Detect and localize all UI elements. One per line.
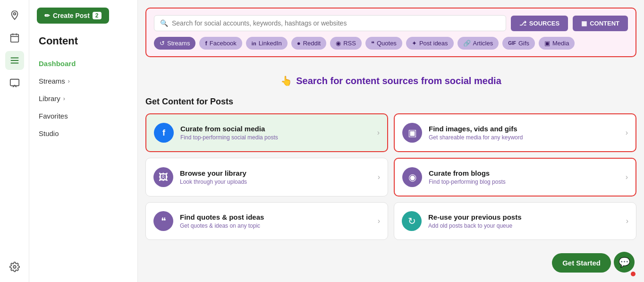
chat-button[interactable]: 💬 [614, 252, 635, 273]
facebook-chip-icon: f [205, 40, 207, 47]
search-icon: 🔍 [160, 19, 168, 27]
chip-quotes[interactable]: ❝ Quotes [365, 37, 402, 50]
svg-point-0 [13, 13, 16, 15]
sidebar-icon-location[interactable] [5, 6, 24, 25]
sidebar-icon-settings[interactable] [5, 257, 24, 276]
chip-label: Post ideas [419, 40, 448, 47]
sidebar-item-streams[interactable]: Streams › [29, 72, 137, 90]
reddit-chip-icon: ● [297, 40, 301, 47]
card-icon-library: 🖼 [153, 167, 173, 187]
sidebar-title: Content [29, 31, 137, 55]
quotes-icon: ❝ [161, 215, 166, 227]
sidebar-item-dashboard[interactable]: Dashboard [29, 55, 137, 72]
sidebar-item-studio[interactable]: Studio [29, 125, 137, 142]
image-icon: ▣ [408, 127, 417, 138]
card-text: Find quotes & post ideas Get quotes & id… [180, 213, 371, 229]
card-title: Re-use your previous posts [428, 213, 619, 221]
card-text: Re-use your previous posts Add old posts… [428, 213, 619, 229]
chip-label: Reddit [303, 40, 321, 47]
card-browse-library[interactable]: 🖼 Browse your library Look through your … [145, 158, 388, 197]
chevron-icon: › [63, 95, 65, 102]
svg-point-9 [13, 265, 16, 268]
card-chevron-icon: › [626, 217, 628, 225]
create-post-count: 2 [93, 12, 102, 19]
card-find-quotes[interactable]: ❝ Find quotes & post ideas Get quotes & … [145, 202, 388, 240]
card-chevron-icon: › [377, 128, 380, 137]
chip-streams[interactable]: ↺ Streams [154, 37, 195, 50]
search-filter-box: 🔍 ⎇ SOURCES ▦ CONTENT ↺ Streams f Facebo… [145, 8, 636, 57]
card-chevron-icon: › [626, 173, 628, 181]
sources-label: SOURCES [529, 20, 559, 27]
chip-media[interactable]: ▣ Media [539, 37, 575, 50]
get-started-button[interactable]: Get Started [552, 253, 611, 273]
chip-label: Streams [167, 40, 190, 47]
chip-label: Media [552, 40, 569, 47]
chip-articles[interactable]: 🔗 Articles [458, 37, 499, 50]
chip-post-ideas[interactable]: ✦ Post ideas [406, 37, 454, 50]
content-icon: ▦ [581, 20, 587, 27]
card-curate-blogs[interactable]: ◉ Curate from blogs Find top-performing … [394, 158, 636, 197]
card-text: Curate from social media Find top-perfor… [180, 125, 371, 141]
quotes-chip-icon: ❝ [371, 40, 374, 47]
sidebar-item-label: Library [39, 94, 60, 103]
sidebar-item-label: Streams [39, 77, 65, 85]
card-icon-image: ▣ [402, 123, 422, 143]
nav-sidebar: ✏ Create Post 2 Content Dashboard Stream… [29, 0, 138, 282]
sources-button[interactable]: ⎇ SOURCES [511, 16, 568, 31]
section-title: Get Content for Posts [145, 97, 636, 107]
sources-icon: ⎇ [519, 20, 526, 27]
chip-label: RSS [343, 40, 356, 47]
card-icon-quotes: ❝ [153, 211, 173, 231]
card-curate-social[interactable]: f Curate from social media Find top-perf… [145, 113, 388, 152]
rss-icon: ◉ [408, 171, 416, 183]
chip-linkedin[interactable]: in LinkedIn [246, 37, 288, 50]
card-subtitle: Get shareable media for any keyword [429, 134, 619, 141]
chip-label: Facebook [210, 40, 237, 47]
notification-dot [631, 272, 636, 276]
create-post-label: Create Post [53, 12, 90, 19]
card-subtitle: Get quotes & ideas on any topic [180, 222, 371, 229]
sidebar-icon-content[interactable] [5, 51, 24, 70]
card-title: Curate from social media [180, 125, 371, 133]
content-button[interactable]: ▦ CONTENT [573, 16, 628, 31]
card-find-images[interactable]: ▣ Find images, vids and gifs Get shareab… [394, 113, 636, 152]
card-text: Curate from blogs Find top-performing bl… [429, 169, 619, 185]
sidebar-item-favorites[interactable]: Favorites [29, 107, 137, 125]
card-chevron-icon: › [378, 217, 380, 225]
search-input[interactable] [172, 19, 500, 27]
chevron-icon: › [68, 78, 70, 85]
card-subtitle: Find top-performing social media posts [180, 134, 371, 141]
articles-chip-icon: 🔗 [463, 40, 471, 47]
chip-label: Gifs [518, 40, 529, 47]
post-ideas-chip-icon: ✦ [412, 40, 417, 47]
gifs-chip-icon: GIF [508, 41, 516, 46]
card-reuse-posts[interactable]: ↻ Re-use your previous posts Add old pos… [394, 202, 636, 240]
card-text: Browse your library Look through your up… [180, 169, 371, 185]
hand-emoji: 👆 [280, 75, 292, 86]
chip-rss[interactable]: ◉ RSS [330, 37, 362, 50]
chip-label: Articles [473, 40, 493, 47]
icon-sidebar [0, 0, 29, 282]
chip-gifs[interactable]: GIF Gifs [502, 37, 535, 50]
sidebar-icon-calendar[interactable] [5, 28, 24, 47]
chip-facebook[interactable]: f Facebook [199, 37, 242, 50]
sidebar-item-library[interactable]: Library › [29, 90, 137, 107]
card-icon-facebook: f [154, 123, 174, 143]
chat-icon: 💬 [619, 256, 630, 268]
sidebar-item-label: Studio [39, 129, 59, 137]
sidebar-icon-message[interactable] [5, 74, 24, 93]
facebook-icon: f [162, 128, 165, 138]
cards-grid: f Curate from social media Find top-perf… [145, 113, 636, 240]
chip-reddit[interactable]: ● Reddit [291, 37, 326, 50]
search-cta-text: Search for content sources from social m… [296, 76, 501, 86]
create-post-button[interactable]: ✏ Create Post 2 [37, 8, 109, 24]
sidebar-item-label: Dashboard [39, 60, 76, 68]
reuse-icon: ↻ [408, 215, 416, 227]
search-input-wrapper[interactable]: 🔍 [154, 15, 506, 31]
library-icon: 🖼 [159, 172, 168, 183]
card-icon-reuse: ↻ [402, 211, 422, 231]
sidebar-item-label: Favorites [39, 112, 68, 120]
card-icon-rss: ◉ [402, 167, 422, 187]
search-cta: 👆 Search for content sources from social… [145, 67, 636, 97]
search-row: 🔍 ⎇ SOURCES ▦ CONTENT [154, 15, 628, 31]
